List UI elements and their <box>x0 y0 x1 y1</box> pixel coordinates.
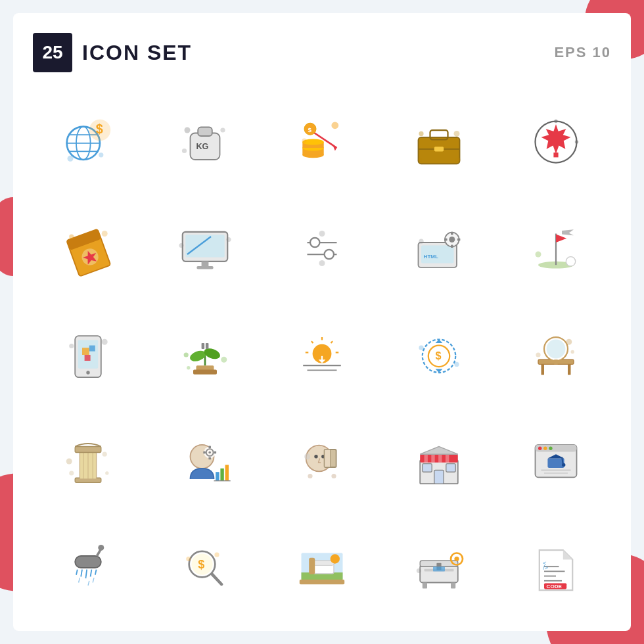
svg-rect-136 <box>225 465 229 480</box>
svg-rect-76 <box>89 346 95 352</box>
icon-3d-printer <box>384 518 494 618</box>
svg-rect-109 <box>568 364 571 375</box>
svg-rect-152 <box>434 471 444 484</box>
svg-line-92 <box>331 341 333 343</box>
svg-text:HTML: HTML <box>424 254 438 260</box>
main-card: 25 ICON SET EPS 10 $ <box>13 13 631 631</box>
svg-rect-112 <box>554 359 557 364</box>
svg-point-42 <box>69 234 74 239</box>
svg-point-25 <box>302 139 306 143</box>
svg-point-53 <box>310 238 319 247</box>
svg-line-181 <box>212 574 221 584</box>
svg-point-32 <box>419 158 422 161</box>
svg-point-114 <box>571 350 574 354</box>
svg-rect-45 <box>185 235 224 257</box>
svg-rect-86 <box>206 343 209 349</box>
svg-point-78 <box>69 344 74 348</box>
icon-shower <box>33 518 143 618</box>
svg-point-129 <box>208 451 211 454</box>
icon-vanity-mirror <box>501 305 611 405</box>
svg-line-174 <box>95 570 97 575</box>
svg-point-37 <box>575 140 578 143</box>
svg-point-14 <box>182 149 187 153</box>
icon-canada-leaf <box>501 92 611 192</box>
svg-rect-10 <box>198 127 212 137</box>
icon-kg-weight: KG <box>150 92 260 192</box>
svg-point-197 <box>454 557 459 561</box>
svg-point-158 <box>538 447 541 450</box>
svg-point-189 <box>331 554 340 563</box>
svg-point-31 <box>454 131 460 137</box>
icon-globe-dollar: $ <box>33 92 143 192</box>
svg-text:$: $ <box>198 558 204 571</box>
icon-dollar-cycle: $ <box>384 305 494 405</box>
svg-point-33 <box>455 157 460 162</box>
icon-gear-head <box>150 411 260 511</box>
svg-point-164 <box>562 463 565 467</box>
svg-rect-153 <box>423 464 432 472</box>
svg-point-111 <box>547 340 566 359</box>
icon-sunset-download <box>267 305 377 405</box>
svg-rect-199 <box>451 583 455 589</box>
svg-rect-154 <box>446 464 455 472</box>
svg-rect-133 <box>214 451 217 454</box>
svg-point-122 <box>66 459 72 465</box>
svg-point-143 <box>304 453 310 459</box>
svg-text:KG: KG <box>196 142 209 151</box>
header: 25 ICON SET EPS 10 <box>33 33 611 72</box>
svg-line-170 <box>76 570 78 575</box>
icon-briefcase <box>384 92 494 192</box>
svg-rect-150 <box>438 454 442 463</box>
svg-rect-81 <box>193 370 217 375</box>
svg-point-200 <box>417 568 421 573</box>
svg-line-171 <box>81 570 82 577</box>
icon-shop <box>384 411 494 511</box>
svg-point-182 <box>186 557 191 561</box>
svg-point-12 <box>185 127 191 133</box>
svg-point-160 <box>549 447 552 450</box>
svg-rect-167 <box>75 556 101 568</box>
svg-point-115 <box>536 352 540 357</box>
svg-rect-151 <box>446 454 449 463</box>
svg-rect-195 <box>433 566 445 571</box>
icon-column <box>33 411 143 511</box>
svg-line-94 <box>311 341 313 343</box>
icon-html-settings: HTML <box>384 198 494 298</box>
svg-rect-142 <box>325 449 331 467</box>
svg-rect-77 <box>85 355 91 361</box>
svg-rect-131 <box>208 457 211 460</box>
icon-monitor <box>150 198 260 298</box>
icon-mobile-ar <box>33 305 143 405</box>
svg-rect-64 <box>444 239 448 241</box>
icon-code-file: < /> CODE <box>501 518 611 618</box>
svg-point-139 <box>314 455 317 458</box>
svg-rect-135 <box>220 469 223 481</box>
svg-rect-48 <box>196 266 213 269</box>
svg-point-88 <box>221 357 227 363</box>
icon-bed-landscape <box>267 518 377 618</box>
svg-rect-108 <box>541 364 545 375</box>
svg-point-36 <box>554 120 557 123</box>
svg-point-105 <box>419 346 423 350</box>
svg-point-61 <box>449 237 455 242</box>
svg-line-175 <box>79 578 80 582</box>
svg-marker-155 <box>420 447 458 455</box>
svg-point-89 <box>187 366 190 369</box>
svg-point-113 <box>566 339 572 345</box>
svg-point-8 <box>99 152 103 157</box>
svg-point-54 <box>325 250 334 259</box>
icon-plant-plug <box>150 305 260 405</box>
svg-point-24 <box>331 122 338 129</box>
svg-point-123 <box>69 471 74 475</box>
svg-marker-69 <box>556 234 566 242</box>
svg-rect-121 <box>75 447 101 453</box>
svg-rect-63 <box>451 245 453 248</box>
svg-rect-149 <box>431 454 434 463</box>
svg-point-66 <box>419 239 423 244</box>
icon-sliders <box>267 198 377 298</box>
svg-rect-134 <box>216 472 219 481</box>
code-label: CODE <box>547 584 563 589</box>
svg-rect-75 <box>82 348 89 355</box>
svg-point-159 <box>543 447 547 450</box>
svg-rect-198 <box>423 583 427 589</box>
